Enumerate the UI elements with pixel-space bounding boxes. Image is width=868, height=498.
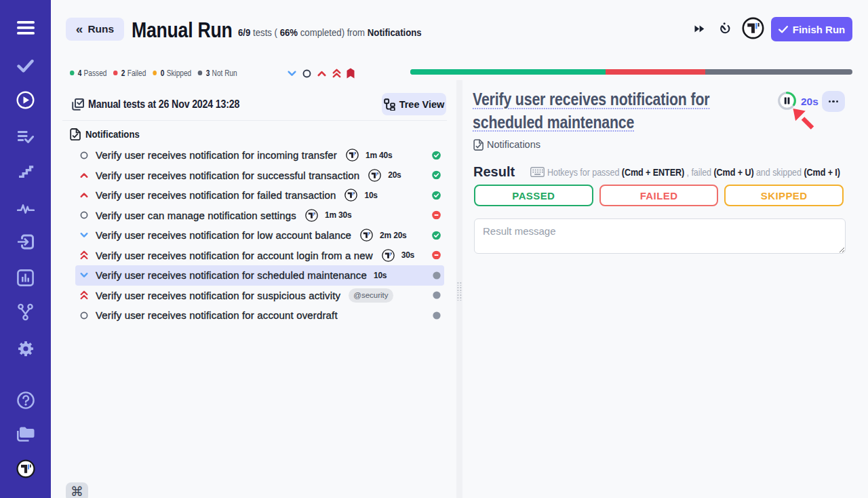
subtitle-source: Notifications	[368, 26, 422, 38]
test-logo-icon	[382, 249, 395, 262]
test-row[interactable]: Verify user can manage notification sett…	[75, 206, 444, 226]
pause-timer-button[interactable]	[777, 91, 797, 111]
test-row[interactable]: Verify user receives notification for su…	[75, 166, 444, 186]
pause-timer-wrap[interactable]	[777, 91, 797, 111]
test-duration: 2m 20s	[380, 231, 407, 240]
logo-icon	[16, 459, 35, 478]
test-row[interactable]: Verify user receives notification for su…	[75, 286, 444, 306]
sidebar-item-branches[interactable]	[0, 303, 51, 321]
sidebar-item-settings[interactable]	[0, 341, 51, 357]
test-row[interactable]: Verify user receives notification for fa…	[75, 185, 444, 206]
test-title: Verify user receives notification for ac…	[96, 250, 373, 261]
priority-normal-icon	[80, 151, 88, 159]
bookmark-chevrons-icon[interactable]	[332, 69, 341, 78]
run-title: Manual tests at 26 Nov 2024 13:28	[88, 97, 239, 111]
sidebar-item-help[interactable]	[0, 391, 51, 409]
status-failed-icon	[432, 251, 441, 260]
priority-slot	[80, 272, 89, 278]
result-message-input[interactable]	[474, 218, 846, 254]
hotkey-skipped: (Cmd + I)	[804, 166, 840, 178]
sidebar-item-analytics[interactable]	[0, 269, 51, 286]
skip-forward-button[interactable]	[694, 25, 705, 33]
sidebar-logo[interactable]	[0, 459, 51, 478]
sidebar-item-runs[interactable]	[0, 91, 51, 109]
sidebar-item-plans[interactable]	[0, 130, 51, 145]
sidebar-menu-button[interactable]	[0, 21, 51, 35]
splitter-dot	[460, 282, 461, 284]
timer-value: 20s	[801, 96, 818, 108]
chevron-down-icon[interactable]	[288, 71, 296, 77]
ellipsis-dot	[832, 100, 834, 102]
tree-view-button[interactable]: Tree View	[382, 93, 446, 115]
passed-button[interactable]: PASSED	[474, 185, 593, 206]
hotkeys-hint: Hotkeys for passed (Cmd + ENTER) , faile…	[547, 166, 840, 178]
test-duration: 1m 40s	[366, 151, 393, 160]
filter-priority-critical-button[interactable]	[332, 69, 341, 78]
status-passed-icon	[432, 151, 441, 159]
splitter-dot	[458, 290, 459, 291]
suite-label[interactable]: Notifications	[487, 139, 540, 151]
failed-button[interactable]: FAILED	[599, 185, 719, 206]
priority-normal-icon	[80, 311, 88, 320]
test-logo-icon	[368, 169, 381, 182]
sidebar-item-activity[interactable]	[0, 202, 51, 214]
timer-toggle-button[interactable]	[719, 22, 731, 35]
sidebar-item-tests[interactable]	[0, 59, 51, 73]
test-list: Verify user receives notification for in…	[62, 145, 448, 326]
login-icon	[17, 234, 34, 250]
bookmark-icon[interactable]	[347, 68, 355, 79]
filter-priority-normal-button[interactable]	[302, 69, 311, 78]
test-logo-icon	[346, 149, 359, 161]
filter-bookmark-button[interactable]	[347, 68, 355, 79]
test-row[interactable]: Verify user receives notification for ac…	[75, 246, 444, 266]
splitter-handle-icon	[458, 282, 461, 301]
sidebar-item-projects[interactable]	[0, 426, 51, 442]
test-row[interactable]: Verify user receives notification for in…	[75, 145, 444, 166]
sidebar-item-milestones[interactable]	[0, 164, 51, 178]
timer-icon[interactable]	[719, 22, 731, 35]
test-row[interactable]: Verify user receives notification for sc…	[75, 265, 444, 286]
double-chevron-left-icon: «	[76, 22, 83, 35]
legend-dot-passed	[70, 71, 74, 76]
keyboard-icon	[530, 167, 545, 177]
test-title: Verify user can manage notification sett…	[96, 210, 296, 221]
splitter-dot	[460, 287, 461, 288]
splitter-dot	[458, 297, 459, 299]
app-root: « Runs Manual Run 6/9 tests ( 66% comple…	[0, 0, 868, 498]
fast-forward-icon[interactable]	[694, 25, 705, 33]
test-row[interactable]: Verify user receives notification for ac…	[75, 305, 444, 326]
test-detail-title-text: Verify user receives notification for sc…	[473, 89, 709, 132]
priority-low-icon	[80, 232, 88, 238]
skipped-button[interactable]: SKIPPED	[724, 185, 844, 206]
test-row[interactable]: Verify user receives notification for lo…	[75, 225, 444, 246]
filter-priority-low-button[interactable]	[288, 71, 296, 77]
circle-icon[interactable]	[302, 69, 311, 78]
hotkey-failed: (Cmd + U)	[713, 166, 753, 178]
stairs-icon	[18, 164, 34, 178]
status-notrun-icon	[433, 291, 441, 299]
filter-priority-high-button[interactable]	[317, 71, 326, 77]
back-to-runs-label: Runs	[87, 23, 114, 35]
splitter-dot	[458, 292, 459, 294]
command-key-icon: ⌘	[71, 484, 83, 498]
finish-run-label: Finish Run	[793, 24, 846, 35]
test-title: Verify user receives notification for su…	[96, 170, 359, 181]
back-to-runs-button[interactable]: « Runs	[66, 18, 124, 41]
status-notrun-icon	[433, 271, 441, 280]
command-key-badge[interactable]: ⌘	[66, 482, 88, 498]
chevron-up-icon[interactable]	[317, 71, 326, 77]
test-title: Verify user receives notification for su…	[96, 290, 340, 301]
splitter-dot	[460, 292, 461, 294]
pulse-icon	[17, 202, 35, 214]
panel-splitter[interactable]	[456, 80, 463, 498]
test-duration: 10s	[374, 271, 387, 280]
more-options-button[interactable]	[822, 91, 845, 112]
sidebar-item-pulls[interactable]	[0, 234, 51, 250]
splitter-dot	[458, 285, 459, 286]
section-file-icon	[70, 128, 81, 141]
finish-run-button[interactable]: Finish Run	[771, 17, 852, 41]
test-duration: 30s	[401, 250, 414, 260]
help-icon	[17, 391, 35, 409]
verdict-buttons: PASSED FAILED SKIPPED	[474, 185, 844, 206]
status-failed-icon	[432, 211, 441, 220]
